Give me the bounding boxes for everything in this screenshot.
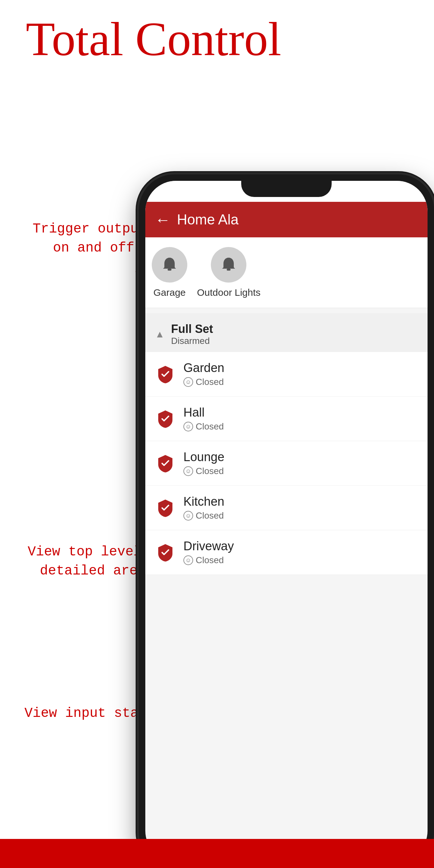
zone-name-driveway: Driveway (183, 539, 234, 553)
outdoor-lights-label: Outdoor Lights (197, 287, 260, 298)
outdoor-bell-icon (219, 255, 238, 275)
zone-shield-lounge (155, 453, 176, 474)
back-button[interactable]: ← (155, 211, 170, 228)
zone-shield-hall (155, 408, 176, 429)
zone-status-icon-hall: ☺ (183, 422, 193, 431)
zone-item-garden[interactable]: Garden ☺ Closed (145, 352, 428, 397)
bell-icon (160, 255, 179, 275)
zone-name-kitchen: Kitchen (183, 495, 224, 508)
zone-name-garden: Garden (183, 361, 224, 375)
zone-name-hall: Hall (183, 406, 224, 420)
zone-status-garden: ☺ Closed (183, 377, 224, 387)
outdoor-lights-icon-circle (211, 247, 246, 283)
zone-name-lounge: Lounge (183, 450, 224, 464)
zone-item-lounge[interactable]: Lounge ☺ Closed (145, 441, 428, 486)
svg-rect-5 (227, 269, 230, 271)
zone-status-text-driveway: Closed (196, 555, 224, 565)
zone-item-kitchen[interactable]: Kitchen ☺ Closed (145, 486, 428, 530)
output-garage[interactable]: Garage (152, 247, 187, 298)
zone-info-kitchen: Kitchen ☺ Closed (183, 495, 224, 521)
svg-point-4 (168, 258, 171, 260)
fullset-chevron-icon: ▲ (155, 329, 165, 340)
zone-status-hall: ☺ Closed (183, 422, 224, 432)
svg-rect-3 (167, 269, 172, 271)
zone-status-text-hall: Closed (196, 422, 224, 432)
zone-info-driveway: Driveway ☺ Closed (183, 539, 234, 565)
zone-status-icon-lounge: ☺ (183, 466, 193, 476)
output-outdoor-lights[interactable]: Outdoor Lights (197, 247, 260, 298)
phone-mockup: 10:09 ← Home Ala Garage (139, 175, 434, 868)
zone-status-text-garden: Closed (196, 377, 224, 387)
garage-icon-circle (152, 247, 187, 283)
garage-label: Garage (153, 287, 186, 298)
fullset-title: Full Set (171, 322, 213, 336)
zone-status-text-lounge: Closed (196, 466, 224, 476)
zone-shield-driveway (155, 542, 176, 563)
phone-screen: 10:09 ← Home Ala Garage (145, 181, 428, 862)
fullset-info: Full Set Disarmed (171, 322, 213, 346)
zone-item-driveway[interactable]: Driveway ☺ Closed (145, 530, 428, 575)
zone-status-text-kitchen: Closed (196, 510, 224, 521)
zone-status-icon-kitchen: ☺ (183, 511, 193, 521)
outputs-section: Garage Outdoor Lights (145, 237, 428, 308)
zone-info-garden: Garden ☺ Closed (183, 361, 224, 387)
zone-status-lounge: ☺ Closed (183, 466, 224, 476)
zone-info-lounge: Lounge ☺ Closed (183, 450, 224, 476)
svg-point-6 (227, 258, 230, 260)
zone-info-hall: Hall ☺ Closed (183, 406, 224, 432)
zone-status-kitchen: ☺ Closed (183, 510, 224, 521)
fullset-section[interactable]: ▲ Full Set Disarmed (145, 313, 428, 355)
header-title: Home Ala (177, 212, 239, 228)
bottom-bar (0, 839, 434, 868)
phone-notch (241, 181, 332, 197)
phone-frame: 10:09 ← Home Ala Garage (139, 175, 434, 868)
zone-list: Garden ☺ Closed (145, 352, 428, 575)
zone-status-icon-driveway: ☺ (183, 555, 193, 565)
page-title: Total Control (26, 13, 281, 66)
zone-shield-kitchen (155, 498, 176, 518)
zone-shield-garden (155, 364, 176, 384)
app-header: ← Home Ala (145, 202, 428, 237)
zone-status-driveway: ☺ Closed (183, 555, 234, 565)
zone-item-hall[interactable]: Hall ☺ Closed (145, 397, 428, 441)
fullset-status: Disarmed (171, 336, 213, 346)
zone-status-icon-garden: ☺ (183, 377, 193, 387)
